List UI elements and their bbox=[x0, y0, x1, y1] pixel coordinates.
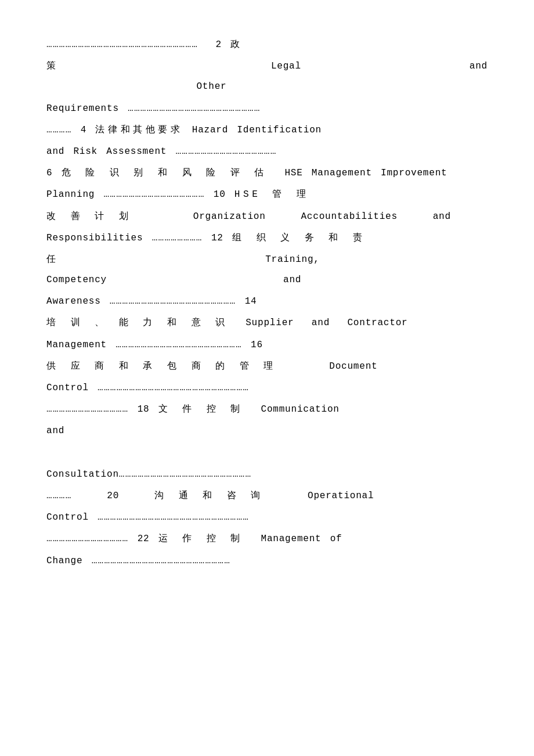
toc-line-6: 6 危 险 识 别 和 风 险 评 估 HSE Management Impro… bbox=[46, 163, 488, 183]
dots-22: ………………………………… bbox=[46, 534, 128, 544]
toc-line-21: Control ……………………………………………………………… bbox=[46, 507, 488, 528]
text-training-zh: 培 训 、 能 力 和 意 识 bbox=[46, 318, 228, 328]
dots-4: ………… bbox=[46, 125, 72, 135]
dots-23: ………………………………………………………… bbox=[92, 556, 230, 566]
dots-20: ………… bbox=[46, 491, 72, 501]
text-ce: 策 bbox=[46, 61, 61, 71]
dots-13: …………………………………………………… bbox=[116, 340, 242, 350]
toc-line-22: ………………………………… 22 运 作 控 制 Management of bbox=[46, 529, 488, 549]
text-doc-zh: 文 件 控 制 bbox=[158, 404, 243, 415]
toc-line-13: Management …………………………………………………… 16 bbox=[46, 335, 488, 355]
toc-line-4: ………… 4 法律和其他要求 Hazard Identification bbox=[46, 120, 488, 141]
dots-3: ……………………………………………………… bbox=[128, 103, 261, 114]
toc-line-9: Responsibilities …………………… 12 组 织 义 务 和 责 bbox=[46, 228, 488, 249]
toc-line-14: 供 应 商 和 承 包 商 的 管 理 Document bbox=[46, 357, 488, 377]
dots-5: ………………………………………… bbox=[175, 146, 276, 157]
text-ops-zh: 运 作 控 制 bbox=[158, 534, 243, 544]
text-legal-zh: 法律和其他要求 bbox=[95, 125, 183, 135]
text-comm-zh: 沟 通 和 咨 询 bbox=[154, 491, 264, 501]
toc-line-7: Planning ………………………………………… 10 HSE 管 理 bbox=[46, 185, 488, 205]
toc-content: ……………………………………………………………… 2 政 策 Legal and… bbox=[46, 35, 488, 571]
page-container: ……………………………………………………………… 2 政 策 Legal and… bbox=[0, 0, 534, 756]
dots-19: ……………………………………………………… bbox=[119, 469, 252, 480]
toc-line-18 bbox=[46, 443, 488, 463]
text-hazard-zh: 危 险 识 别 和 风 险 评 估 bbox=[62, 168, 267, 178]
toc-line-15: Control ……………………………………………………………… bbox=[46, 378, 488, 398]
toc-line-10: 任 Training, Competency and bbox=[46, 250, 488, 290]
dots-1: ……………………………………………………………… bbox=[46, 39, 198, 50]
toc-line-20: ………… 20 沟 通 和 咨 询 Operational bbox=[46, 486, 488, 506]
toc-line-5: and Risk Assessment ………………………………………… bbox=[46, 142, 488, 162]
text-ren: 任 bbox=[46, 254, 60, 265]
toc-line-23: Change ………………………………………………………… bbox=[46, 551, 488, 571]
dots-15: ……………………………………………………………… bbox=[98, 383, 249, 393]
toc-line-17: and bbox=[46, 421, 488, 441]
toc-line-1: ……………………………………………………………… 2 政 bbox=[46, 35, 488, 55]
text-improve-zh: 改 善 计 划 bbox=[46, 211, 131, 222]
toc-line-2: 策 Legal and Other bbox=[46, 56, 488, 97]
dots-16: ………………………………… bbox=[46, 404, 128, 415]
toc-line-8: 改 善 计 划 Organization Accountabilities an… bbox=[46, 207, 488, 227]
text-hse-zh: HSE 管 理 bbox=[234, 189, 309, 200]
text-supplier-zh: 供 应 商 和 承 包 商 的 管 理 bbox=[46, 361, 276, 372]
toc-line-11: Awareness …………………………………………………… 14 bbox=[46, 291, 488, 312]
toc-line-16: ………………………………… 18 文 件 控 制 Communication bbox=[46, 399, 488, 420]
text-org-zh: 组 织 义 务 和 责 bbox=[232, 233, 366, 243]
toc-line-12: 培 训 、 能 力 和 意 识 Supplier and Contractor bbox=[46, 313, 488, 333]
dots-21: ……………………………………………………………… bbox=[98, 512, 249, 523]
toc-line-3: Requirements ……………………………………………………… bbox=[46, 99, 488, 119]
text-policy: 政 bbox=[230, 39, 243, 50]
toc-line-19: Consultation……………………………………………………… bbox=[46, 465, 488, 485]
dots-7: ………………………………………… bbox=[103, 189, 204, 200]
dots-11: …………………………………………………… bbox=[110, 296, 236, 307]
dots-9: …………………… bbox=[152, 233, 203, 243]
